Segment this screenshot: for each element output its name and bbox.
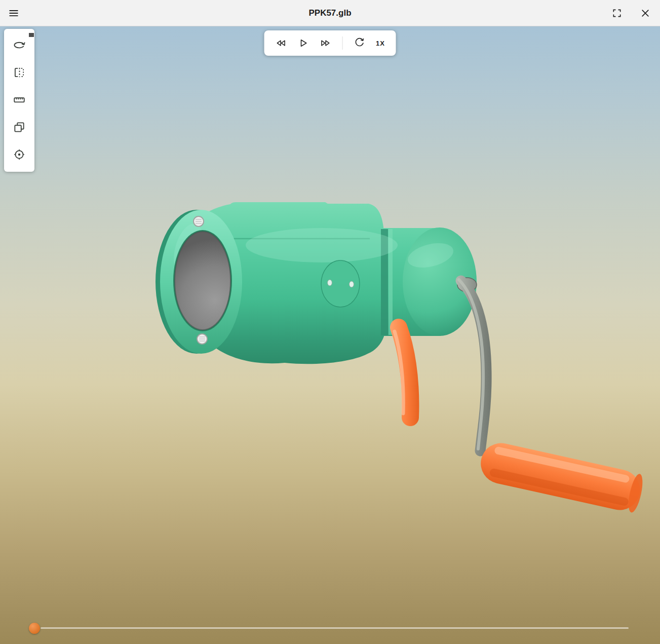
close-icon: [640, 8, 650, 18]
layers-icon: [13, 121, 26, 134]
speed-button[interactable]: 1X: [372, 36, 389, 50]
play-button[interactable]: [293, 33, 313, 53]
skip-forward-button[interactable]: [316, 33, 335, 53]
boss-hole-right: [350, 281, 354, 287]
hamburger-icon: [8, 8, 19, 19]
orbit-button[interactable]: [9, 35, 29, 55]
window-title: PPK57.glb: [0, 8, 660, 18]
skip-back-button[interactable]: [271, 33, 290, 53]
fullscreen-button[interactable]: [606, 3, 628, 24]
recenter-button[interactable]: [9, 144, 29, 165]
recenter-icon: [13, 148, 26, 161]
flip-button[interactable]: [9, 62, 29, 83]
model-3d[interactable]: [0, 26, 660, 644]
app-window: PPK57.glb: [0, 0, 660, 644]
timeline-thumb[interactable]: [29, 623, 40, 634]
timeline-scrubber[interactable]: [0, 614, 660, 644]
flip-icon: [13, 66, 26, 79]
loop-button[interactable]: [350, 33, 369, 53]
bolt-hole-bottom: [197, 334, 207, 344]
menu-button[interactable]: [3, 3, 24, 24]
orange-grip: [477, 439, 645, 514]
boss-hole-left: [328, 280, 332, 286]
measure-button[interactable]: [9, 90, 29, 110]
bolt-hole-top: [193, 216, 204, 226]
timeline-track[interactable]: [41, 627, 629, 629]
orbit-icon: [13, 39, 26, 52]
panel-resize-handle[interactable]: [29, 33, 34, 37]
layers-button[interactable]: [9, 117, 29, 137]
playback-divider: [342, 36, 342, 50]
viewer-canvas[interactable]: 1X: [0, 26, 660, 644]
window-controls: [606, 3, 660, 24]
loop-icon: [353, 37, 365, 49]
valve-model: [156, 202, 645, 514]
close-button[interactable]: [635, 3, 656, 24]
play-icon: [297, 37, 309, 49]
fullscreen-icon: [612, 8, 622, 18]
title-bar: PPK57.glb: [0, 0, 660, 26]
tool-panel: [4, 29, 34, 172]
skip-forward-icon: [319, 37, 331, 49]
playback-controls: 1X: [264, 30, 396, 56]
ruler-icon: [13, 93, 26, 106]
body-highlight: [246, 228, 398, 262]
skip-back-icon: [275, 37, 287, 49]
